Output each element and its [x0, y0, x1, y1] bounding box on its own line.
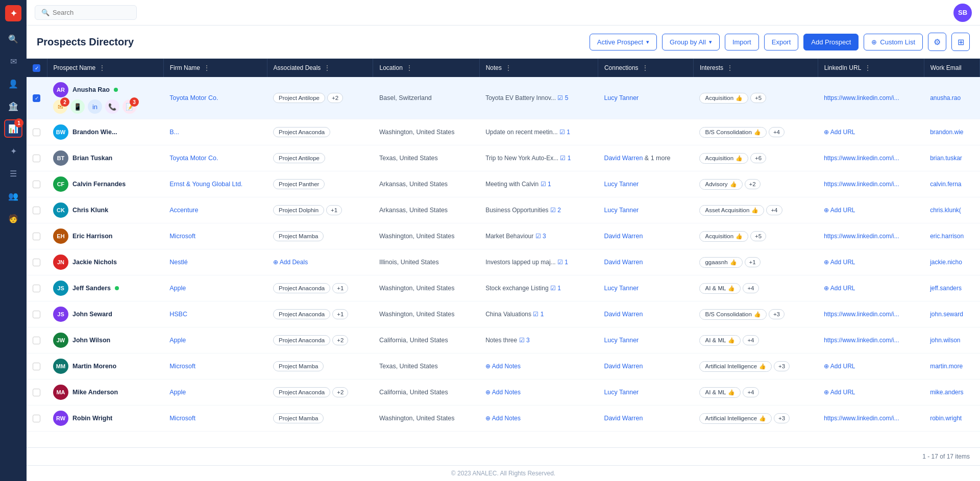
work-email-text[interactable]: robin.wright — [930, 415, 962, 422]
add-url-button[interactable]: ⊕ Add URL — [824, 207, 918, 214]
linkedin-url[interactable]: https://www.linkedin.com/i... — [824, 311, 899, 318]
connection-name[interactable]: Lucy Tanner — [604, 94, 639, 102]
deals-extra[interactable]: +2 — [332, 335, 348, 345]
connection-name[interactable]: David Warren — [604, 311, 643, 318]
work-email-text[interactable]: john.seward — [930, 311, 963, 318]
prospect-name-text[interactable]: John Seward — [72, 311, 112, 318]
mail-icon[interactable]: ✉ — [4, 52, 22, 70]
firm-name-link[interactable]: Microsoft — [169, 363, 195, 370]
interest-tag[interactable]: Asset Acquisition 👍 — [699, 205, 764, 216]
work-email-text[interactable]: mike.anders — [930, 389, 963, 396]
deal-tag[interactable]: Project Mamba — [273, 231, 324, 241]
thumbs-up-icon[interactable]: 👍 — [728, 337, 735, 344]
col-menu-icon[interactable]: ⋮ — [726, 64, 733, 72]
connection-name[interactable]: Lucy Tanner — [604, 181, 639, 188]
prospect-name-text[interactable]: Jeff Sanders — [72, 285, 111, 292]
connection-name[interactable]: David Warren — [604, 259, 643, 266]
col-menu-icon[interactable]: ⋮ — [99, 64, 106, 72]
notes-count[interactable]: ☑ 1 — [560, 155, 571, 162]
add-url-button[interactable]: ⊕ Add URL — [824, 285, 918, 292]
row-checkbox[interactable] — [33, 233, 40, 240]
add-url-button[interactable]: ⊕ Add URL — [824, 259, 918, 266]
prospects-icon[interactable]: 📊 1 — [4, 119, 22, 138]
interest-tag[interactable]: B/S Consolidation 👍 — [699, 127, 766, 138]
interest-tag[interactable]: AI & ML 👍 — [699, 283, 741, 294]
interest-extra[interactable]: +3 — [774, 361, 790, 371]
connection-name[interactable]: David Warren — [604, 363, 643, 370]
prospect-name-text[interactable]: Anusha Rao — [72, 86, 110, 93]
row-checkbox[interactable] — [33, 415, 40, 422]
deal-tag[interactable]: Project Anaconda — [273, 127, 330, 137]
deals-extra[interactable]: +2 — [332, 387, 348, 397]
thumbs-up-icon[interactable]: 👍 — [728, 389, 735, 396]
interest-tag[interactable]: Artificial Intelligence 👍 — [699, 413, 772, 424]
row-checkbox[interactable]: ✓ — [33, 94, 40, 102]
thumbs-up-icon[interactable]: 👍 — [754, 129, 761, 136]
interest-tag[interactable]: Acquisition 👍 — [699, 93, 748, 104]
prospect-name-text[interactable]: Calvin Fernandes — [72, 181, 126, 188]
add-notes-button[interactable]: ⊕ Add Notes — [485, 389, 592, 396]
row-checkbox[interactable] — [33, 181, 40, 188]
row-checkbox[interactable] — [33, 389, 40, 396]
work-email-text[interactable]: brandon.wie — [930, 129, 963, 136]
col-menu-icon[interactable]: ⋮ — [406, 64, 413, 72]
linkedin-url[interactable]: https://www.linkedin.com/i... — [824, 415, 899, 422]
col-menu-icon[interactable]: ⋮ — [324, 64, 331, 72]
row-checkbox[interactable] — [33, 207, 40, 214]
thumbs-up-icon[interactable]: 👍 — [736, 233, 743, 240]
deal-tag[interactable]: Project Anaconda — [273, 387, 330, 397]
linkedin-url[interactable]: https://www.linkedin.com/i... — [824, 155, 899, 162]
add-notes-button[interactable]: ⊕ Add Notes — [485, 415, 592, 422]
prospect-name-text[interactable]: Chris Klunk — [72, 207, 108, 214]
row-checkbox[interactable] — [33, 337, 40, 344]
linkedin-action-icon[interactable]: in — [88, 99, 102, 114]
thumbs-up-icon[interactable]: 👍 — [751, 207, 758, 214]
phone-action-icon[interactable]: 📱 — [70, 99, 85, 114]
notes-count[interactable]: ☑ 5 — [557, 94, 568, 102]
work-email-text[interactable]: martin.more — [930, 363, 963, 370]
firm-name-link[interactable]: Apple — [169, 337, 186, 344]
row-checkbox[interactable] — [33, 129, 40, 136]
col-checkbox[interactable]: ✓ — [27, 59, 47, 77]
row-checkbox[interactable] — [33, 363, 40, 370]
notes-count[interactable]: ☑ 1 — [550, 285, 561, 292]
work-email-text[interactable]: brian.tuskar — [930, 155, 962, 162]
import-button[interactable]: Import — [725, 34, 759, 50]
work-email-text[interactable]: eric.harrison — [930, 233, 964, 240]
firm-name-link[interactable]: Microsoft — [169, 415, 195, 422]
row-checkbox[interactable] — [33, 285, 40, 292]
notes-count[interactable]: ☑ 1 — [541, 181, 551, 188]
deal-tag[interactable]: Project Antilope — [273, 153, 325, 163]
deal-tag[interactable]: Project Anaconda — [273, 335, 330, 345]
work-email-text[interactable]: chris.klunk( — [930, 207, 961, 214]
interest-tag[interactable]: AI & ML 👍 — [699, 335, 741, 346]
add-url-button[interactable]: ⊕ Add URL — [824, 363, 918, 370]
prospect-name-text[interactable]: Martin Moreno — [72, 363, 116, 370]
deals-extra[interactable]: +1 — [332, 309, 348, 319]
connection-name[interactable]: Lucy Tanner — [604, 207, 639, 214]
firm-name-link[interactable]: Accenture — [169, 207, 198, 214]
connection-name[interactable]: David Warren — [604, 233, 643, 240]
deals-extra[interactable]: +2 — [327, 93, 343, 103]
deals-extra[interactable]: +1 — [332, 283, 348, 293]
filter-icon-button[interactable]: ⚙ — [928, 33, 946, 51]
connection-name[interactable]: David Warren — [604, 415, 643, 422]
work-email-text[interactable]: jackie.nicho — [930, 259, 962, 266]
prospect-name-text[interactable]: Jackie Nichols — [72, 259, 117, 266]
add-deal-button[interactable]: ⊕ Add Deals — [273, 259, 367, 266]
row-checkbox[interactable] — [33, 259, 40, 266]
deals-extra[interactable]: +1 — [326, 205, 342, 215]
firm-name-link[interactable]: Microsoft — [169, 233, 195, 240]
user-avatar[interactable]: SB — [953, 4, 972, 22]
connection-name[interactable]: David Warren — [604, 155, 643, 162]
team-icon[interactable]: 👥 — [4, 187, 22, 205]
notes-count[interactable]: ☑ 2 — [550, 207, 561, 214]
interest-extra[interactable]: +5 — [750, 231, 766, 241]
interest-extra[interactable]: +1 — [745, 257, 761, 267]
person-icon[interactable]: 🧑 — [4, 209, 22, 227]
deal-tag[interactable]: Project Panther — [273, 179, 325, 189]
prospect-name-text[interactable]: John Wilson — [72, 337, 110, 344]
work-email-text[interactable]: jeff.sanders — [930, 285, 962, 292]
prospect-name-text[interactable]: Brandon Wie... — [72, 129, 117, 136]
deal-tag[interactable]: Project Antilope — [273, 93, 325, 103]
